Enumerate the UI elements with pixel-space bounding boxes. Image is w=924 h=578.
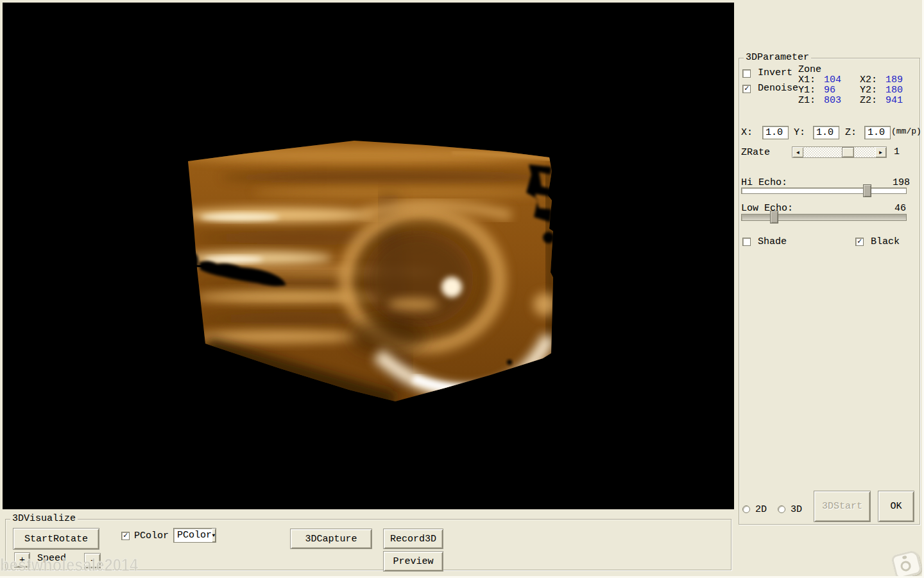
seller-watermark-text: bestwholesale2014 <box>0 556 138 575</box>
y-scale-input[interactable] <box>813 126 839 139</box>
shade-label: Shade <box>758 236 787 247</box>
zrate-label: ZRate <box>741 147 770 158</box>
zone-y2-label: Y2: <box>860 85 877 96</box>
black-checkbox[interactable]: ✓ <box>855 238 864 246</box>
3dstart-button[interactable]: 3DStart <box>814 491 871 522</box>
radio-2d-label: 2D <box>755 504 767 515</box>
zone-x2-value: 189 <box>886 74 903 85</box>
black-label: Black <box>871 236 900 247</box>
zone-z2-label: Z2: <box>860 95 877 106</box>
radio-2d[interactable] <box>742 505 750 513</box>
x-scale-label: X: <box>741 127 753 138</box>
check-icon: ✓ <box>857 238 862 245</box>
zrate-track[interactable] <box>803 147 875 157</box>
shade-checkbox[interactable] <box>742 238 751 246</box>
pcolor-checkbox[interactable]: ✓ <box>121 532 130 540</box>
zone-y1-label: Y1: <box>798 85 816 96</box>
3d-viewport[interactable] <box>3 3 734 509</box>
check-icon: ✓ <box>744 85 749 92</box>
low-echo-slider[interactable] <box>741 214 907 221</box>
y-scale-label: Y: <box>794 127 805 138</box>
check-icon: ✓ <box>123 532 128 539</box>
low-echo-thumb[interactable] <box>770 211 778 223</box>
group-3dparameter-title: 3DParameter <box>744 52 811 63</box>
zone-z2-value: 941 <box>886 95 903 106</box>
preview-button[interactable]: Preview <box>383 551 443 572</box>
group-3dvisualize-title: 3DVisualize <box>10 513 78 524</box>
zone-x1-value: 104 <box>824 74 841 85</box>
zrate-value: 1 <box>894 146 900 157</box>
ok-button[interactable]: OK <box>878 491 914 522</box>
zrate-thumb[interactable] <box>842 147 854 157</box>
zone-y2-value: 180 <box>886 85 903 96</box>
radio-3d[interactable] <box>778 505 785 513</box>
scroll-left-icon[interactable]: ◄ <box>792 147 803 157</box>
zrate-scrollbar[interactable]: ◄ ► <box>792 146 887 158</box>
app-window: 3DParameter Invert ✓ Denoise Zone X1: 10… <box>0 0 924 578</box>
hi-echo-thumb[interactable] <box>863 184 871 197</box>
denoise-checkbox[interactable]: ✓ <box>742 85 751 93</box>
invert-checkbox[interactable] <box>742 69 751 78</box>
volume-render-svg <box>3 3 734 509</box>
3dcapture-button[interactable]: 3DCapture <box>290 529 372 549</box>
startrotate-button[interactable]: StartRotate <box>13 528 99 550</box>
zone-z1-value: 803 <box>824 95 841 106</box>
x-scale-input[interactable] <box>762 126 789 139</box>
pcolor-label: PColor <box>134 530 169 541</box>
pcolor-dropdown-value: PColor <box>174 530 212 541</box>
pcolor-dropdown[interactable]: PColor ▼ <box>173 528 216 543</box>
dropdown-arrow-icon[interactable]: ▼ <box>212 529 216 542</box>
invert-label: Invert <box>758 67 792 78</box>
stamp-dot <box>902 556 907 560</box>
zone-y1-value: 96 <box>824 85 835 96</box>
parameter-panel: 3DParameter Invert ✓ Denoise Zone X1: 10… <box>735 0 924 578</box>
visualize-panel: 3DVisualize StartRotate ✓ PColor PColor … <box>0 509 734 578</box>
stamp-ring <box>900 560 912 572</box>
z-scale-label: Z: <box>845 127 857 138</box>
low-echo-label: Low Echo: <box>741 203 793 214</box>
radio-3d-label: 3D <box>791 504 802 515</box>
hi-echo-slider[interactable] <box>741 188 907 194</box>
record3d-button[interactable]: Record3D <box>383 529 443 549</box>
zone-x1-label: X1: <box>798 74 816 85</box>
zone-z1-label: Z1: <box>798 95 816 106</box>
hi-echo-label: Hi Echo: <box>741 177 787 188</box>
scale-unit-label: (mm/p) <box>891 127 921 136</box>
z-scale-input[interactable] <box>864 126 891 139</box>
zone-x2-label: X2: <box>860 74 877 85</box>
low-echo-value: 46 <box>860 203 906 214</box>
denoise-label: Denoise <box>758 83 798 94</box>
scroll-right-icon[interactable]: ► <box>875 147 886 157</box>
zone-title: Zone <box>798 64 821 75</box>
